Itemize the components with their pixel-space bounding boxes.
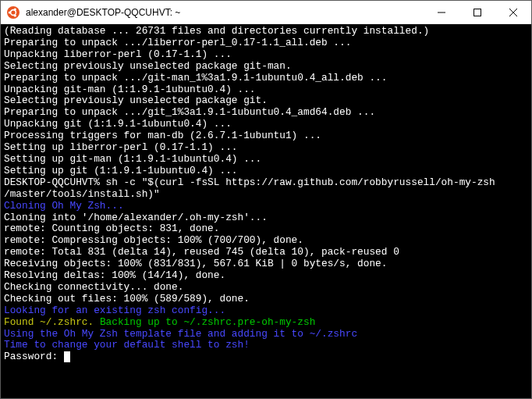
terminal-line: Setting up git (1:1.9.1-1ubuntu0.4) ...: [4, 166, 528, 177]
terminal-line: Setting up git-man (1:1.9.1-1ubuntu0.4) …: [4, 154, 528, 166]
terminal-line: Looking for an existing zsh config...: [4, 305, 528, 317]
terminal-line: Checking connectivity... done.: [4, 282, 528, 294]
terminal-line: (Reading database ... 26731 files and di…: [4, 26, 528, 37]
terminal-line: DESKTOP-QQCUHVT% sh -c "$(curl -fsSL htt…: [4, 177, 528, 189]
svg-point-3: [14, 8, 16, 10]
terminal-line: remote: Total 831 (delta 14), reused 745…: [4, 247, 528, 258]
svg-point-2: [9, 11, 11, 13]
terminal-line: Resolving deltas: 100% (14/14), done.: [4, 270, 528, 282]
terminal-line: Cloning Oh My Zsh...: [4, 201, 528, 212]
maximize-button[interactable]: [459, 1, 495, 23]
terminal-line: Using the Oh My Zsh template file and ad…: [4, 329, 528, 340]
terminal-line: Processing triggers for man-db (2.6.7.1-…: [4, 130, 528, 142]
terminal-line: Unpacking git-man (1:1.9.1-1ubuntu0.4) .…: [4, 84, 528, 96]
titlebar[interactable]: alexander@DESKTOP-QQCUHVT: ~: [1, 1, 531, 24]
terminal-line: Selecting previously unselected package …: [4, 61, 528, 73]
terminal-line: Preparing to unpack .../liberror-perl_0.…: [4, 37, 528, 49]
minimize-button[interactable]: [424, 1, 459, 23]
svg-rect-6: [474, 9, 481, 16]
terminal-line: Found ~/.zshrc. Backing up to ~/.zshrc.p…: [4, 317, 528, 329]
window-title: alexander@DESKTOP-QQCUHVT: ~: [26, 7, 424, 18]
terminal-line: Preparing to unpack .../git-man_1%3a1.9.…: [4, 73, 528, 84]
svg-point-4: [14, 14, 16, 16]
ubuntu-icon: [7, 6, 20, 19]
terminal-line: remote: Counting objects: 831, done.: [4, 223, 528, 235]
cursor: [64, 351, 70, 362]
terminal-line: Selecting previously unselected package …: [4, 95, 528, 107]
terminal-line: Time to change your default shell to zsh…: [4, 340, 528, 351]
terminal-line: Setting up liberror-perl (0.17-1.1) ...: [4, 142, 528, 154]
terminal-line: Checking out files: 100% (589/589), done…: [4, 294, 528, 305]
close-button[interactable]: [495, 1, 531, 23]
window-controls: [424, 1, 531, 23]
terminal-line: Receiving objects: 100% (831/831), 567.6…: [4, 258, 528, 270]
terminal-window: alexander@DESKTOP-QQCUHVT: ~ (Reading da…: [0, 0, 532, 399]
terminal-line: Password:: [4, 351, 528, 363]
terminal-line: Unpacking liberror-perl (0.17-1.1) ...: [4, 49, 528, 61]
terminal-line: Unpacking git (1:1.9.1-1ubuntu0.4) ...: [4, 119, 528, 130]
terminal-line: Preparing to unpack .../git_1%3a1.9.1-1u…: [4, 107, 528, 119]
terminal-line: Cloning into '/home/alexander/.oh-my-zsh…: [4, 212, 528, 224]
terminal-line: remote: Compressing objects: 100% (700/7…: [4, 235, 528, 247]
terminal-line: /master/tools/install.sh)": [4, 189, 528, 201]
terminal-body[interactable]: (Reading database ... 26731 files and di…: [1, 24, 531, 398]
